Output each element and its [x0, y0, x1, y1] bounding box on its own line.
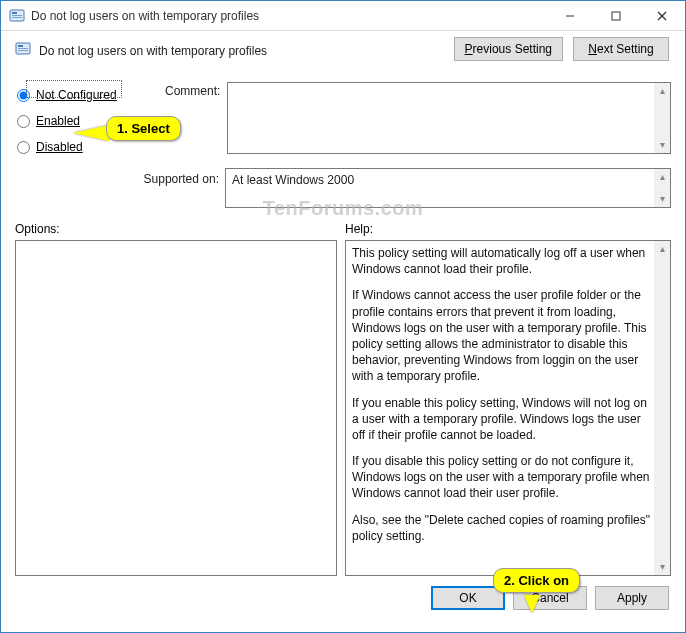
svg-rect-1	[12, 12, 17, 14]
dialog-content: Do not log users on with temporary profi…	[1, 31, 685, 576]
help-text: This policy setting will automatically l…	[352, 245, 652, 571]
annotation-pointer-1	[73, 125, 109, 141]
nav-buttons: Previous Setting Next Setting	[454, 37, 669, 61]
policy-editor-window: Do not log users on with temporary profi…	[0, 0, 686, 633]
scroll-down-icon[interactable]: ▾	[660, 559, 665, 575]
panels: This policy setting will automatically l…	[15, 240, 671, 576]
ok-label: OK	[459, 591, 476, 605]
help-para: If Windows cannot access the user profil…	[352, 287, 652, 384]
options-label: Options:	[15, 222, 345, 236]
policy-icon	[9, 8, 25, 24]
svg-rect-9	[18, 45, 23, 47]
minimize-button[interactable]	[547, 1, 593, 30]
next-setting-button[interactable]: Next Setting	[573, 37, 669, 61]
maximize-button[interactable]	[593, 1, 639, 30]
policy-icon	[15, 41, 31, 60]
scroll-up-icon[interactable]: ▴	[660, 169, 665, 185]
help-para: If you disable this policy setting or do…	[352, 453, 652, 502]
annotation-clickon: 2. Click on	[493, 568, 580, 593]
scroll-down-icon[interactable]: ▾	[660, 191, 665, 207]
dialog-buttons: OK Cancel Apply	[1, 576, 685, 610]
apply-label: Apply	[617, 591, 647, 605]
radio-enabled-input[interactable]	[17, 115, 30, 128]
options-value	[22, 245, 318, 571]
svg-rect-11	[18, 50, 28, 51]
supported-row: Supported on: At least Windows 2000 ▴ ▾	[15, 168, 671, 208]
supported-on-field-wrap: At least Windows 2000 ▴ ▾	[225, 168, 671, 208]
supported-on-textbox: At least Windows 2000 ▴ ▾	[225, 168, 671, 208]
annotation-pointer-2	[524, 595, 540, 613]
apply-button[interactable]: Apply	[595, 586, 669, 610]
supported-scrollbar[interactable]: ▴ ▾	[654, 169, 670, 207]
comment-field-wrap: ▴ ▾	[227, 82, 671, 160]
help-scrollbar[interactable]: ▴ ▾	[654, 241, 670, 575]
options-panel[interactable]	[15, 240, 337, 576]
ok-button[interactable]: OK	[431, 586, 505, 610]
radio-disabled-input[interactable]	[17, 141, 30, 154]
radio-not-configured[interactable]: Not Configured	[15, 82, 165, 108]
radio-not-configured-input[interactable]	[17, 89, 30, 102]
window-title: Do not log users on with temporary profi…	[31, 9, 547, 23]
svg-rect-3	[12, 17, 22, 18]
scroll-up-icon[interactable]: ▴	[660, 83, 665, 99]
annotation-select: 1. Select	[106, 116, 181, 141]
supported-on-label: Supported on:	[15, 168, 225, 208]
previous-setting-button[interactable]: Previous Setting	[454, 37, 563, 61]
help-para: Also, see the "Delete cached copies of r…	[352, 512, 652, 544]
close-button[interactable]	[639, 1, 685, 30]
titlebar: Do not log users on with temporary profi…	[1, 1, 685, 31]
help-panel: This policy setting will automatically l…	[345, 240, 671, 576]
scroll-down-icon[interactable]: ▾	[660, 137, 665, 153]
supported-on-value: At least Windows 2000	[232, 173, 652, 187]
help-para: If you enable this policy setting, Windo…	[352, 395, 652, 444]
help-label: Help:	[345, 222, 373, 236]
window-controls	[547, 1, 685, 30]
scroll-up-icon[interactable]: ▴	[660, 241, 665, 257]
comment-textbox[interactable]: ▴ ▾	[227, 82, 671, 154]
policy-title: Do not log users on with temporary profi…	[39, 44, 267, 58]
svg-rect-10	[18, 48, 28, 49]
svg-rect-2	[12, 15, 22, 16]
radio-disabled-label: Disabled	[36, 140, 83, 154]
radio-not-configured-label: Not Configured	[36, 88, 117, 102]
help-para: This policy setting will automatically l…	[352, 245, 652, 277]
section-labels: Options: Help:	[15, 222, 671, 236]
svg-rect-5	[612, 12, 620, 20]
comment-scrollbar[interactable]: ▴ ▾	[654, 83, 670, 153]
